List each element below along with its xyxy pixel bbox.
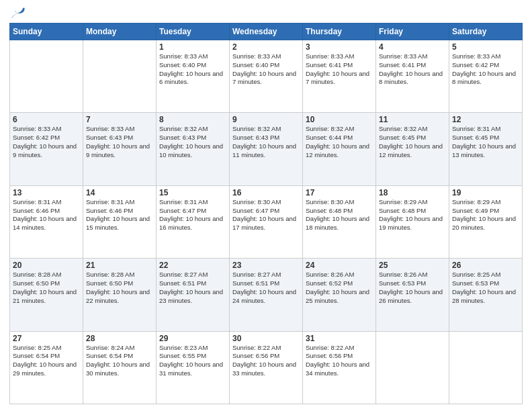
day-number: 17 xyxy=(306,188,373,197)
day-info-text: Sunrise: 8:22 AM Sunset: 6:56 PM Dayligh… xyxy=(306,344,373,378)
calendar-header-row: SundayMondayTuesdayWednesdayThursdayFrid… xyxy=(10,24,523,40)
day-info-text: Sunrise: 8:23 AM Sunset: 6:55 PM Dayligh… xyxy=(159,344,226,378)
calendar-cell: 26Sunrise: 8:25 AM Sunset: 6:53 PM Dayli… xyxy=(449,259,523,331)
calendar-cell: 18Sunrise: 8:29 AM Sunset: 6:48 PM Dayli… xyxy=(376,185,449,258)
day-number: 12 xyxy=(452,115,519,124)
calendar-cell: 31Sunrise: 8:22 AM Sunset: 6:56 PM Dayli… xyxy=(303,331,376,404)
day-number: 2 xyxy=(232,42,300,52)
calendar-cell: 29Sunrise: 8:23 AM Sunset: 6:55 PM Dayli… xyxy=(157,331,230,404)
calendar-cell: 6Sunrise: 8:33 AM Sunset: 6:42 PM Daylig… xyxy=(10,113,83,185)
day-info-text: Sunrise: 8:32 AM Sunset: 6:45 PM Dayligh… xyxy=(379,125,446,159)
calendar-week-2: 6Sunrise: 8:33 AM Sunset: 6:42 PM Daylig… xyxy=(10,113,523,185)
day-number: 29 xyxy=(159,334,226,343)
calendar-cell: 1Sunrise: 8:33 AM Sunset: 6:40 PM Daylig… xyxy=(157,40,230,113)
day-info-text: Sunrise: 8:33 AM Sunset: 6:42 PM Dayligh… xyxy=(452,52,519,87)
day-number: 22 xyxy=(159,261,226,270)
weekday-header-tuesday: Tuesday xyxy=(157,24,230,40)
day-info-text: Sunrise: 8:22 AM Sunset: 6:56 PM Dayligh… xyxy=(232,344,300,378)
calendar-cell: 21Sunrise: 8:28 AM Sunset: 6:50 PM Dayli… xyxy=(83,259,157,331)
day-number: 6 xyxy=(13,115,80,124)
day-number: 5 xyxy=(452,42,519,52)
calendar-cell: 15Sunrise: 8:31 AM Sunset: 6:47 PM Dayli… xyxy=(157,185,230,258)
weekday-header-friday: Friday xyxy=(376,24,449,40)
day-number: 14 xyxy=(86,188,153,197)
day-info-text: Sunrise: 8:25 AM Sunset: 6:53 PM Dayligh… xyxy=(452,271,519,305)
calendar-cell: 4Sunrise: 8:33 AM Sunset: 6:41 PM Daylig… xyxy=(376,40,449,113)
day-info-text: Sunrise: 8:33 AM Sunset: 6:40 PM Dayligh… xyxy=(232,52,300,87)
day-info-text: Sunrise: 8:32 AM Sunset: 6:43 PM Dayligh… xyxy=(232,125,300,159)
day-info-text: Sunrise: 8:31 AM Sunset: 6:47 PM Dayligh… xyxy=(159,198,226,232)
day-info-text: Sunrise: 8:24 AM Sunset: 6:54 PM Dayligh… xyxy=(86,344,153,378)
day-number: 26 xyxy=(452,261,519,270)
day-number: 8 xyxy=(159,115,226,124)
day-number: 24 xyxy=(306,261,373,270)
calendar-cell: 11Sunrise: 8:32 AM Sunset: 6:45 PM Dayli… xyxy=(376,113,449,185)
calendar-cell: 7Sunrise: 8:33 AM Sunset: 6:43 PM Daylig… xyxy=(83,113,157,185)
calendar-cell: 8Sunrise: 8:32 AM Sunset: 6:43 PM Daylig… xyxy=(157,113,230,185)
day-info-text: Sunrise: 8:30 AM Sunset: 6:48 PM Dayligh… xyxy=(306,198,373,232)
day-info-text: Sunrise: 8:31 AM Sunset: 6:46 PM Dayligh… xyxy=(13,198,80,232)
day-info-text: Sunrise: 8:33 AM Sunset: 6:41 PM Dayligh… xyxy=(306,52,373,87)
day-info-text: Sunrise: 8:25 AM Sunset: 6:54 PM Dayligh… xyxy=(13,344,80,378)
day-number: 20 xyxy=(13,261,80,270)
day-number: 19 xyxy=(452,188,519,197)
day-info-text: Sunrise: 8:31 AM Sunset: 6:46 PM Dayligh… xyxy=(86,198,153,232)
day-info-text: Sunrise: 8:32 AM Sunset: 6:44 PM Dayligh… xyxy=(306,125,373,159)
day-info-text: Sunrise: 8:29 AM Sunset: 6:49 PM Dayligh… xyxy=(452,198,519,232)
calendar-cell: 12Sunrise: 8:31 AM Sunset: 6:45 PM Dayli… xyxy=(449,113,523,185)
day-number: 13 xyxy=(13,188,80,197)
day-number: 30 xyxy=(232,334,300,343)
calendar-week-4: 20Sunrise: 8:28 AM Sunset: 6:50 PM Dayli… xyxy=(10,259,523,331)
calendar-cell: 10Sunrise: 8:32 AM Sunset: 6:44 PM Dayli… xyxy=(303,113,376,185)
day-number: 11 xyxy=(379,115,446,124)
header xyxy=(9,7,523,19)
calendar-cell xyxy=(376,331,449,404)
day-info-text: Sunrise: 8:29 AM Sunset: 6:48 PM Dayligh… xyxy=(379,198,446,232)
calendar-cell: 3Sunrise: 8:33 AM Sunset: 6:41 PM Daylig… xyxy=(303,40,376,113)
day-number: 10 xyxy=(306,115,373,124)
day-info-text: Sunrise: 8:33 AM Sunset: 6:40 PM Dayligh… xyxy=(159,52,226,87)
calendar-cell xyxy=(449,331,523,404)
weekday-header-monday: Monday xyxy=(83,24,157,40)
calendar-cell: 9Sunrise: 8:32 AM Sunset: 6:43 PM Daylig… xyxy=(230,113,303,185)
calendar-week-5: 27Sunrise: 8:25 AM Sunset: 6:54 PM Dayli… xyxy=(10,331,523,404)
calendar-cell: 30Sunrise: 8:22 AM Sunset: 6:56 PM Dayli… xyxy=(230,331,303,404)
calendar-cell: 24Sunrise: 8:26 AM Sunset: 6:52 PM Dayli… xyxy=(303,259,376,331)
calendar-cell: 19Sunrise: 8:29 AM Sunset: 6:49 PM Dayli… xyxy=(449,185,523,258)
day-number: 23 xyxy=(232,261,300,270)
day-info-text: Sunrise: 8:33 AM Sunset: 6:43 PM Dayligh… xyxy=(86,125,153,159)
calendar-cell: 17Sunrise: 8:30 AM Sunset: 6:48 PM Dayli… xyxy=(303,185,376,258)
calendar-cell: 13Sunrise: 8:31 AM Sunset: 6:46 PM Dayli… xyxy=(10,185,83,258)
day-number: 3 xyxy=(306,42,373,52)
calendar-week-1: 1Sunrise: 8:33 AM Sunset: 6:40 PM Daylig… xyxy=(10,40,523,113)
calendar-cell: 23Sunrise: 8:27 AM Sunset: 6:51 PM Dayli… xyxy=(230,259,303,331)
day-number: 25 xyxy=(379,261,446,270)
day-info-text: Sunrise: 8:26 AM Sunset: 6:53 PM Dayligh… xyxy=(379,271,446,305)
day-number: 15 xyxy=(159,188,226,197)
day-number: 21 xyxy=(86,261,153,270)
day-number: 31 xyxy=(306,334,373,343)
calendar-cell: 20Sunrise: 8:28 AM Sunset: 6:50 PM Dayli… xyxy=(10,259,83,331)
calendar-cell: 22Sunrise: 8:27 AM Sunset: 6:51 PM Dayli… xyxy=(157,259,230,331)
day-number: 28 xyxy=(86,334,153,343)
logo xyxy=(9,7,27,19)
logo-bird-icon xyxy=(11,7,26,19)
day-info-text: Sunrise: 8:27 AM Sunset: 6:51 PM Dayligh… xyxy=(159,271,226,305)
day-number: 18 xyxy=(379,188,446,197)
calendar-week-3: 13Sunrise: 8:31 AM Sunset: 6:46 PM Dayli… xyxy=(10,185,523,258)
calendar-cell: 2Sunrise: 8:33 AM Sunset: 6:40 PM Daylig… xyxy=(230,40,303,113)
weekday-header-sunday: Sunday xyxy=(10,24,83,40)
calendar-table: SundayMondayTuesdayWednesdayThursdayFrid… xyxy=(9,23,523,404)
calendar-cell: 14Sunrise: 8:31 AM Sunset: 6:46 PM Dayli… xyxy=(83,185,157,258)
day-number: 27 xyxy=(13,334,80,343)
day-info-text: Sunrise: 8:32 AM Sunset: 6:43 PM Dayligh… xyxy=(159,125,226,159)
day-info-text: Sunrise: 8:28 AM Sunset: 6:50 PM Dayligh… xyxy=(86,271,153,305)
day-info-text: Sunrise: 8:31 AM Sunset: 6:45 PM Dayligh… xyxy=(452,125,519,159)
calendar-cell: 25Sunrise: 8:26 AM Sunset: 6:53 PM Dayli… xyxy=(376,259,449,331)
day-info-text: Sunrise: 8:33 AM Sunset: 6:42 PM Dayligh… xyxy=(13,125,80,159)
calendar-cell xyxy=(83,40,157,113)
day-info-text: Sunrise: 8:26 AM Sunset: 6:52 PM Dayligh… xyxy=(306,271,373,305)
day-info-text: Sunrise: 8:28 AM Sunset: 6:50 PM Dayligh… xyxy=(13,271,80,305)
calendar-cell: 16Sunrise: 8:30 AM Sunset: 6:47 PM Dayli… xyxy=(230,185,303,258)
day-info-text: Sunrise: 8:27 AM Sunset: 6:51 PM Dayligh… xyxy=(232,271,300,305)
